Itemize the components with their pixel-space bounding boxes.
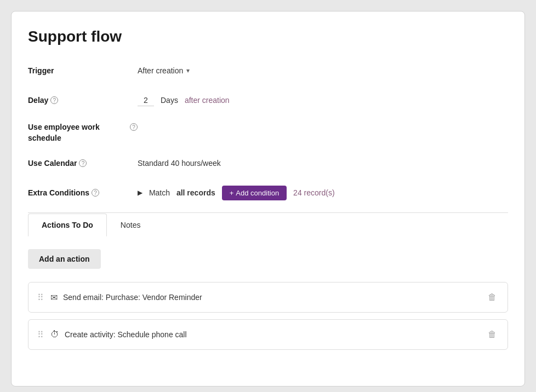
drag-handle-icon[interactable]: ⠿ (37, 292, 44, 303)
delay-label: Delay ? (28, 96, 138, 105)
match-text: ▶ Match all records (138, 188, 215, 197)
tabs-header: Actions To Do Notes (28, 213, 508, 236)
main-card: Support flow Trigger After creation ▾ De… (11, 11, 525, 387)
delete-action-1-icon[interactable]: 🗑 (486, 327, 499, 342)
email-icon: ✉ (50, 292, 58, 303)
delay-number-input[interactable] (138, 95, 154, 106)
use-schedule-label: Use employee work schedule ? (28, 121, 138, 143)
add-condition-button[interactable]: + Add condition (222, 186, 287, 200)
add-action-button[interactable]: Add an action (28, 249, 101, 269)
delay-help-icon[interactable]: ? (50, 96, 58, 104)
use-schedule-row: Use employee work schedule ? (28, 120, 508, 143)
delay-value: Days after creation (138, 95, 508, 106)
action-item: ⠿ ✉ Send email: Purchase: Vendor Reminde… (28, 282, 508, 313)
page-title: Support flow (28, 28, 508, 45)
use-calendar-value: Standard 40 hours/week (138, 159, 508, 168)
use-schedule-help-icon[interactable]: ? (130, 123, 138, 131)
action-item: ⠿ ⏱ Create activity: Schedule phone call… (28, 319, 508, 350)
action-text: Send email: Purchase: Vendor Reminder (63, 293, 486, 302)
extra-conditions-value: ▶ Match all records + Add condition 24 r… (138, 186, 508, 200)
add-condition-plus-icon: + (230, 189, 234, 197)
conditions-row: ▶ Match all records + Add condition 24 r… (138, 186, 335, 200)
trigger-row: Trigger After creation ▾ (28, 61, 508, 80)
trigger-chevron-icon: ▾ (186, 67, 190, 74)
records-count-link[interactable]: 24 record(s) (293, 188, 334, 197)
trigger-label: Trigger (28, 66, 138, 75)
use-calendar-label: Use Calendar ? (28, 159, 138, 168)
delay-after[interactable]: after creation (185, 96, 230, 105)
use-calendar-help-icon[interactable]: ? (79, 159, 87, 167)
activity-icon: ⏱ (50, 330, 59, 339)
delay-row: Delay ? Days after creation (28, 90, 508, 110)
extra-conditions-label: Extra Conditions ? (28, 188, 138, 197)
delay-unit[interactable]: Days (161, 96, 178, 105)
match-arrow-icon: ▶ (138, 189, 142, 197)
use-calendar-row: Use Calendar ? Standard 40 hours/week (28, 153, 508, 173)
tab-content: Add an action ⠿ ✉ Send email: Purchase: … (28, 236, 508, 370)
tabs-section: Actions To Do Notes Add an action ⠿ ✉ Se… (28, 212, 508, 370)
form-section: Trigger After creation ▾ Delay ? Days af… (28, 61, 508, 203)
tab-actions[interactable]: Actions To Do (28, 214, 107, 237)
tab-notes[interactable]: Notes (107, 214, 155, 237)
delete-action-0-icon[interactable]: 🗑 (486, 290, 499, 304)
extra-conditions-row: Extra Conditions ? ▶ Match all records +… (28, 183, 508, 203)
extra-conditions-help-icon[interactable]: ? (92, 189, 99, 197)
trigger-select[interactable]: After creation ▾ (138, 66, 190, 75)
drag-handle-icon[interactable]: ⠿ (37, 330, 44, 340)
action-text: Create activity: Schedule phone call (65, 330, 486, 339)
trigger-value: After creation ▾ (138, 66, 508, 75)
